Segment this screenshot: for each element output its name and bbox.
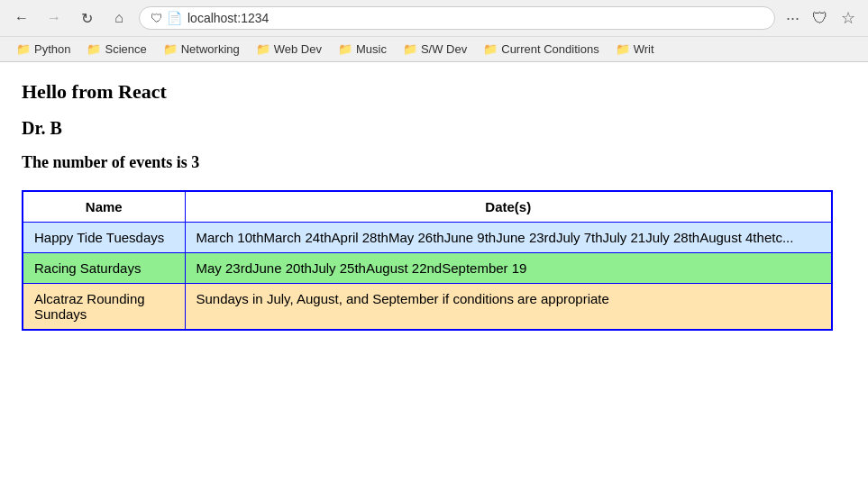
table-row: Alcatraz Rounding SundaysSundays in July… xyxy=(23,284,832,331)
folder-icon: 📁 xyxy=(616,42,630,56)
events-table: Name Date(s) Happy Tide TuesdaysMarch 10… xyxy=(22,190,833,331)
event-name-cell: Racing Saturdays xyxy=(23,253,185,284)
page-title: Hello from React xyxy=(22,80,846,104)
bookmark-item[interactable]: 📁Music xyxy=(331,41,394,58)
shield-icon: 🛡 xyxy=(151,11,163,25)
bookmark-label: Writ xyxy=(634,42,654,56)
page-icon: 📄 xyxy=(167,11,182,25)
bookmark-item[interactable]: 📁Current Conditions xyxy=(476,41,606,58)
bookmark-label: Science xyxy=(105,42,146,56)
bookmark-label: Music xyxy=(356,42,387,56)
bookmark-item[interactable]: 📁Networking xyxy=(156,41,247,58)
folder-icon: 📁 xyxy=(163,42,178,56)
event-dates-cell: March 10thMarch 24thApril 28thMay 26thJu… xyxy=(185,223,832,253)
folder-icon: 📁 xyxy=(256,42,270,56)
table-row: Happy Tide TuesdaysMarch 10thMarch 24thA… xyxy=(23,223,832,253)
bookmark-label: Web Dev xyxy=(274,42,322,56)
bookmarks-bar: 📁Python📁Science📁Networking📁Web Dev📁Music… xyxy=(0,36,868,61)
nav-bar: ← → ↻ ⌂ 🛡 📄 localhost:1234 ··· 🛡 ☆ xyxy=(0,0,868,36)
folder-icon: 📁 xyxy=(87,42,101,56)
bookmark-label: Networking xyxy=(181,42,240,56)
bookmark-item[interactable]: 📁Writ xyxy=(608,41,662,58)
home-button[interactable]: ⌂ xyxy=(106,5,132,31)
address-bar-icons: 🛡 📄 xyxy=(151,11,182,25)
event-name-cell: Happy Tide Tuesdays xyxy=(23,223,185,253)
event-count: The number of events is 3 xyxy=(22,153,846,172)
bookmark-item[interactable]: 📁Python xyxy=(9,41,78,58)
event-dates-cell: May 23rdJune 20thJuly 25thAugust 22ndSep… xyxy=(185,253,832,284)
forward-button[interactable]: → xyxy=(41,5,67,31)
folder-icon: 📁 xyxy=(338,42,352,56)
refresh-button[interactable]: ↻ xyxy=(74,5,99,31)
bookmark-label: S/W Dev xyxy=(421,42,467,56)
bookmark-label: Python xyxy=(34,42,70,56)
browser-chrome: ← → ↻ ⌂ 🛡 📄 localhost:1234 ··· 🛡 ☆ 📁Pyth… xyxy=(0,0,868,62)
address-bar[interactable]: 🛡 📄 localhost:1234 xyxy=(139,6,775,30)
back-button[interactable]: ← xyxy=(9,5,34,31)
folder-icon: 📁 xyxy=(403,42,417,56)
page-content: Hello from React Dr. B The number of eve… xyxy=(0,62,868,349)
folder-icon: 📁 xyxy=(483,42,498,56)
col-header-name: Name xyxy=(23,191,185,223)
bookmark-star-button[interactable]: ☆ xyxy=(837,6,859,30)
event-dates-cell: Sundays in July, August, and September i… xyxy=(185,284,832,331)
bookmark-label: Current Conditions xyxy=(501,42,598,56)
bookmark-item[interactable]: 📁Science xyxy=(79,41,153,58)
event-name-cell: Alcatraz Rounding Sundays xyxy=(23,284,185,331)
pocket-button[interactable]: 🛡 xyxy=(809,7,832,30)
folder-icon: 📁 xyxy=(16,42,31,56)
nav-extras: ··· 🛡 ☆ xyxy=(782,6,859,30)
bookmark-item[interactable]: 📁S/W Dev xyxy=(396,41,474,58)
more-button[interactable]: ··· xyxy=(782,7,803,30)
col-header-dates: Date(s) xyxy=(185,191,832,223)
table-row: Racing SaturdaysMay 23rdJune 20thJuly 25… xyxy=(23,253,832,284)
page-subtitle: Dr. B xyxy=(22,118,846,139)
url-display: localhost:1234 xyxy=(187,11,763,25)
bookmark-item[interactable]: 📁Web Dev xyxy=(249,41,329,58)
